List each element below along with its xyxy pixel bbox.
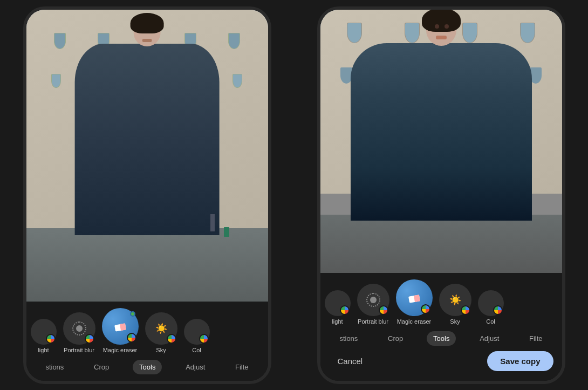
sky-sun-icon: ☀️ <box>155 323 167 334</box>
svg-rect-1 <box>119 323 126 331</box>
right-google-badge-sky <box>461 305 470 315</box>
left-tool-sky[interactable]: ☀️ Sky <box>145 312 177 353</box>
right-google-badge-portrait-blur <box>379 305 388 315</box>
left-phone-wrapper: light Portrait blur <box>0 0 294 390</box>
left-tool-portrait-blur[interactable]: Portrait blur <box>63 312 95 353</box>
left-phone: light Portrait blur <box>23 6 271 384</box>
right-tool-color-label: Col <box>486 318 495 325</box>
google-badge-magic-eraser <box>127 333 136 343</box>
left-photo-area <box>26 10 268 302</box>
right-tool-color-icon <box>478 290 504 316</box>
save-copy-button[interactable]: Save copy <box>487 351 553 371</box>
google-badge-portrait-blur <box>85 334 94 344</box>
right-tool-sky[interactable]: ☀️ Sky <box>439 284 471 325</box>
left-tool-light-icon <box>31 319 57 345</box>
cancel-button[interactable]: Cancel <box>329 352 372 370</box>
left-tool-magic-eraser-label: Magic eraser <box>103 347 138 353</box>
eraser-icon <box>113 319 128 334</box>
left-bottom-panel: light Portrait blur <box>26 302 268 381</box>
left-tool-sky-icon: ☀️ <box>145 312 177 345</box>
right-google-badge-magic-eraser <box>421 304 430 314</box>
right-google-badge-light <box>340 305 350 315</box>
right-nav-adjust[interactable]: Adjust <box>473 331 505 346</box>
right-tool-magic-eraser-icon <box>396 279 433 316</box>
left-tool-portrait-blur-icon <box>63 312 95 345</box>
right-nav-row: stions Crop Tools Adjust Filte <box>320 329 562 348</box>
right-tool-light-label: light <box>332 318 343 325</box>
left-nav-adjust[interactable]: Adjust <box>179 360 211 374</box>
right-nav-tools[interactable]: Tools <box>427 331 456 346</box>
right-photo-area <box>320 10 562 273</box>
right-tool-light-icon <box>325 290 351 316</box>
left-tool-magic-eraser[interactable]: Magic eraser <box>102 308 139 353</box>
left-tool-color-label: Col <box>192 347 201 353</box>
svg-rect-3 <box>413 295 420 302</box>
left-tool-portrait-blur-label: Portrait blur <box>64 347 94 353</box>
right-nav-suggestions[interactable]: stions <box>333 331 364 346</box>
right-phone: light Portrait blur <box>317 6 565 384</box>
right-google-badge-color <box>493 305 503 315</box>
left-nav-crop[interactable]: Crop <box>87 360 115 374</box>
right-tool-magic-eraser[interactable]: Magic eraser <box>396 279 433 325</box>
right-tool-magic-eraser-label: Magic eraser <box>397 318 432 325</box>
left-tool-sky-label: Sky <box>156 347 166 353</box>
left-tool-color[interactable]: Col <box>184 319 210 353</box>
left-nav-tools[interactable]: Tools <box>133 360 162 374</box>
left-tool-light[interactable]: light <box>31 319 57 353</box>
left-tools-row: light Portrait blur <box>26 308 268 358</box>
left-tool-magic-eraser-icon <box>102 308 139 345</box>
right-tool-light[interactable]: light <box>325 290 351 325</box>
right-portrait-blur-dots-icon <box>366 292 381 307</box>
right-tools-row: light Portrait blur <box>320 279 562 329</box>
right-action-row: Cancel Save copy <box>320 348 562 377</box>
left-nav-suggestions[interactable]: stions <box>39 360 70 374</box>
google-badge-sky <box>167 334 176 344</box>
right-phone-wrapper: light Portrait blur <box>294 0 588 390</box>
google-badge-color <box>199 334 209 344</box>
right-tool-portrait-blur[interactable]: Portrait blur <box>357 284 389 325</box>
right-tool-portrait-blur-label: Portrait blur <box>358 318 388 325</box>
right-bottom-panel: light Portrait blur <box>320 273 562 381</box>
right-nav-crop[interactable]: Crop <box>381 331 409 346</box>
right-photo-image <box>320 10 562 273</box>
right-tool-color[interactable]: Col <box>478 290 504 325</box>
right-nav-filter[interactable]: Filte <box>523 331 549 346</box>
google-badge-light <box>46 334 56 344</box>
left-tool-light-label: light <box>38 347 49 353</box>
right-tool-sky-label: Sky <box>450 318 460 325</box>
portrait-blur-dots-icon <box>72 321 87 336</box>
left-nav-row: stions Crop Tools Adjust Filte <box>26 358 268 377</box>
left-tool-color-icon <box>184 319 210 345</box>
left-nav-filter[interactable]: Filte <box>229 360 255 374</box>
right-tool-portrait-blur-icon <box>357 284 389 316</box>
left-photo-image <box>26 10 268 302</box>
right-tool-sky-icon: ☀️ <box>439 284 471 316</box>
right-eraser-icon <box>407 290 422 305</box>
right-sky-sun-icon: ☀️ <box>449 294 461 306</box>
